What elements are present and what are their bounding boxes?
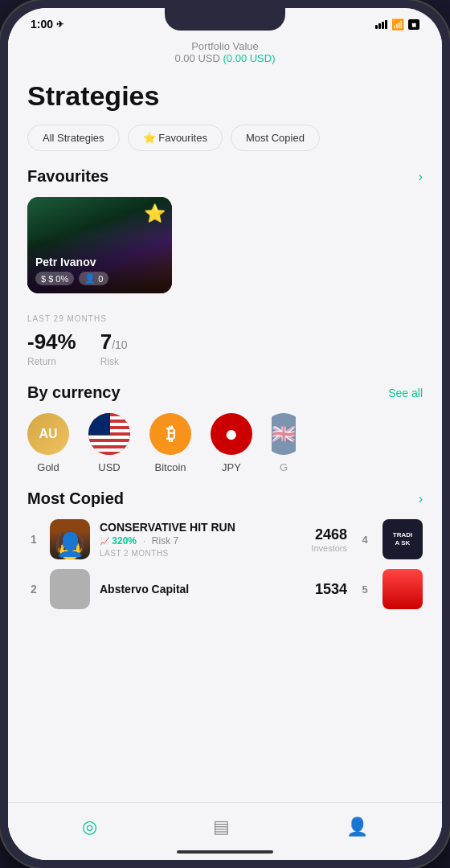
home-indicator xyxy=(177,850,273,854)
notch xyxy=(165,8,285,31)
copied-period-1: LAST 2 MONTHS xyxy=(100,549,301,558)
currency-item-bitcoin[interactable]: ₿ Bitcoin xyxy=(149,413,191,473)
strategies-nav-icon: ◎ xyxy=(82,817,97,837)
avatar-abstervo xyxy=(50,569,90,609)
chart-thumb-1: TRADIA SK xyxy=(382,519,423,559)
page-title: Strategies xyxy=(8,74,442,125)
most-copied-title: Most Copied xyxy=(27,489,124,508)
avatar-conservative: 🧑 xyxy=(50,519,90,559)
copied-stats-1: 📈 320% · Risk 7 xyxy=(100,535,301,547)
fav-card-badges: $ $ 0% 👤 0 xyxy=(35,272,164,285)
copied-list: 1 🧑 CONSERVATIVE HIT RUN 📈 320% · xyxy=(27,519,423,609)
rank-right-2: 5 xyxy=(357,583,373,596)
time-display: 1:00 xyxy=(31,18,53,31)
currency-section-header: By currency See all xyxy=(27,383,423,413)
main-scroll: Portfolio Value 0.00 USD (0.00 USD) Stra… xyxy=(8,34,442,860)
battery-icon: ■ xyxy=(408,19,419,30)
currency-item-gbp[interactable]: 🇬🇧 G xyxy=(272,413,296,473)
copied-count-area-1: 2468 Investors xyxy=(311,526,347,553)
gold-label: Gold xyxy=(37,461,59,473)
bitcoin-icon: ₿ xyxy=(149,413,191,455)
copied-count-2: 1534 xyxy=(315,581,347,598)
phone-screen: 1:00 ✈ 📶 ■ Portfolio Value 0.00 USD xyxy=(8,8,442,860)
most-copied-section: Most Copied › 1 🧑 CONSERVATIVE HIT RUN xyxy=(8,489,442,625)
rank-2: 2 xyxy=(27,583,40,596)
copied-count-1: 2468 xyxy=(311,526,347,543)
currency-items: AU Gold USD ₿ xyxy=(27,413,423,473)
wifi-icon: 📶 xyxy=(391,18,404,31)
tab-most-copied[interactable]: Most Copied xyxy=(231,125,320,151)
copied-return-1: 📈 320% xyxy=(100,535,137,547)
rank-1: 1 xyxy=(27,533,40,546)
bitcoin-label: Bitcoin xyxy=(154,461,186,473)
fav-card-petr[interactable]: ⭐ Petr Ivanov $ $ 0% 👤 0 xyxy=(27,197,172,293)
gbp-icon: 🇬🇧 xyxy=(272,413,296,455)
nav-portfolio[interactable]: ▤ xyxy=(213,817,230,837)
fav-return-label: Return xyxy=(27,356,76,367)
usd-flag-icon xyxy=(88,413,130,455)
fav-stats: LAST 29 MONTHS -94% Return 7/10 Risk xyxy=(8,309,442,383)
fav-risk-label: Risk xyxy=(100,356,128,367)
copied-item-1[interactable]: 1 🧑 CONSERVATIVE HIT RUN 📈 320% · xyxy=(27,519,423,559)
fav-star-icon: ⭐ xyxy=(144,203,166,224)
fav-return-badge: $ $ 0% xyxy=(35,272,74,285)
fav-numbers: -94% Return 7/10 Risk xyxy=(27,330,423,367)
favourites-title: Favourites xyxy=(27,167,108,186)
status-icons: 📶 ■ xyxy=(375,18,419,31)
profile-nav-icon: 👤 xyxy=(346,817,368,837)
nav-profile[interactable]: 👤 xyxy=(346,817,368,837)
fav-risk-stat: 7/10 Risk xyxy=(100,330,128,367)
currency-item-usd[interactable]: USD xyxy=(88,413,130,473)
most-copied-chevron[interactable]: › xyxy=(419,492,423,506)
copied-name-2: Abstervo Capital xyxy=(100,583,305,596)
currency-item-jpy[interactable]: ● JPY xyxy=(211,413,252,473)
jpy-icon: ● xyxy=(211,413,252,455)
portfolio-label: Portfolio Value xyxy=(24,40,426,52)
copied-risk-1: Risk 7 xyxy=(152,535,178,547)
tab-all-strategies[interactable]: All Strategies xyxy=(27,125,120,151)
copied-info-1: CONSERVATIVE HIT RUN 📈 320% · Risk 7 LAS… xyxy=(100,521,301,558)
rank-right-1: 4 xyxy=(357,534,373,546)
copied-info-2: Abstervo Capital xyxy=(100,583,305,596)
portfolio-nav-icon: ▤ xyxy=(213,817,230,837)
gold-icon: AU xyxy=(27,413,69,455)
gbp-label: G xyxy=(280,461,288,473)
status-time-area: 1:00 ✈ xyxy=(31,18,63,31)
copied-item-2[interactable]: 2 Abstervo Capital 1534 5 xyxy=(27,569,423,609)
filter-tabs: All Strategies ⭐ Favourites Most Copied xyxy=(8,125,442,167)
jpy-label: JPY xyxy=(222,461,241,473)
chart-thumb-2 xyxy=(382,569,423,609)
currency-item-gold[interactable]: AU Gold xyxy=(27,413,69,473)
currency-see-all[interactable]: See all xyxy=(388,387,423,399)
favourites-chevron[interactable]: › xyxy=(419,170,423,184)
fav-card-name: Petr Ivanov xyxy=(35,256,164,268)
fav-return-stat: -94% Return xyxy=(27,330,76,367)
location-icon: ✈ xyxy=(56,19,63,30)
most-copied-header: Most Copied › xyxy=(27,489,423,519)
currency-section: By currency See all AU Gold xyxy=(8,383,442,489)
fav-period: LAST 29 MONTHS xyxy=(27,314,423,323)
dollar-icon: $ xyxy=(41,274,46,284)
usd-label: USD xyxy=(98,461,120,473)
favourites-scroll: ⭐ Petr Ivanov $ $ 0% 👤 0 xyxy=(8,197,442,309)
fav-risk-value: 7/10 xyxy=(100,330,128,354)
phone-frame: 1:00 ✈ 📶 ■ Portfolio Value 0.00 USD xyxy=(0,0,450,868)
portfolio-value: 0.00 USD (0.00 USD) xyxy=(24,52,426,64)
signal-icon xyxy=(375,20,387,29)
favourites-section-header: Favourites › xyxy=(8,167,442,197)
fav-return-value: -94% xyxy=(27,330,76,354)
nav-strategies[interactable]: ◎ xyxy=(82,817,97,837)
currency-title: By currency xyxy=(27,383,121,402)
tab-favourites[interactable]: ⭐ Favourites xyxy=(128,125,223,151)
fav-followers-badge: 👤 0 xyxy=(79,272,108,285)
portfolio-header: Portfolio Value 0.00 USD (0.00 USD) xyxy=(8,34,442,74)
person-icon: 👤 xyxy=(84,273,96,284)
fav-card-content: Petr Ivanov $ $ 0% 👤 0 xyxy=(35,256,164,285)
copied-count-label-1: Investors xyxy=(311,543,347,553)
copied-name-1: CONSERVATIVE HIT RUN xyxy=(100,521,301,534)
copied-count-area-2: 1534 xyxy=(315,581,347,598)
